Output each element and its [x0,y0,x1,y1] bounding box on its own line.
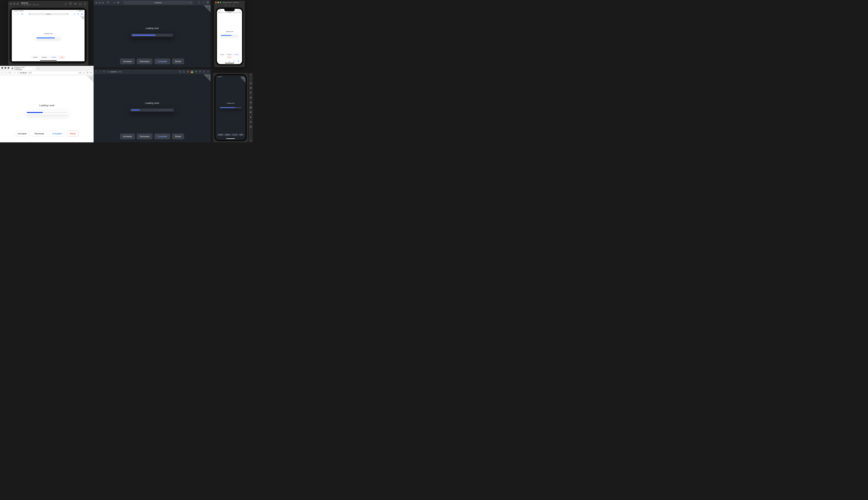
minimize-icon[interactable]: — [250,78,252,80]
maximize-icon[interactable] [17,3,19,5]
close-icon[interactable] [10,3,12,5]
rotate-icon[interactable] [233,4,235,7]
decrease-button[interactable]: Decrease [32,131,47,136]
reload-icon[interactable] [9,71,11,75]
maximize-icon[interactable] [102,2,104,4]
close-icon[interactable] [215,2,217,3]
back-button[interactable] [13,13,16,15]
forward-button[interactable] [224,59,226,63]
camera-icon[interactable] [249,106,252,109]
forward-button[interactable] [18,13,20,15]
forward-button[interactable] [5,71,7,75]
home-icon[interactable] [79,2,82,5]
extensions-icon[interactable] [86,71,89,75]
address-bar[interactable]: localhost [123,1,193,4]
bookmarks-icon[interactable] [233,59,235,63]
maximize-icon[interactable] [8,67,9,69]
complete-button[interactable]: Complete [155,134,170,139]
increase-button[interactable]: Increase [218,134,224,136]
forward-button[interactable] [99,70,101,73]
reset-button[interactable]: Reset [172,134,184,139]
close-icon[interactable] [95,2,97,4]
back-icon[interactable] [249,116,252,118]
reset-button[interactable]: Reset [59,56,65,58]
shield-icon[interactable] [114,2,116,4]
chevron-down-icon[interactable] [111,1,112,4]
nav-bar[interactable] [216,137,245,140]
rotate-icon[interactable] [83,2,87,5]
share-icon[interactable] [183,70,185,73]
tabs-icon[interactable] [238,59,239,63]
increase-button[interactable]: Increase [219,54,225,56]
reading-list-icon[interactable] [199,70,201,73]
appearance-icon[interactable] [117,2,119,4]
reset-button[interactable]: Reset [67,131,79,136]
increase-button[interactable]: Increase [15,131,30,136]
new-tab-button[interactable]: ＋ [36,67,40,70]
address-bar[interactable]: AA localhost [218,11,241,13]
increase-button[interactable]: Increase [120,58,135,64]
info-icon[interactable] [107,71,109,73]
minimize-icon[interactable] [99,2,101,4]
back-button[interactable] [1,71,4,75]
complete-button[interactable]: Complete [233,54,240,56]
volume-down-icon[interactable] [249,91,252,94]
minimize-icon[interactable] [218,2,219,3]
complete-button[interactable]: Complete [155,58,170,64]
close-icon[interactable] [1,67,3,69]
new-tab-icon[interactable] [202,1,205,4]
decrease-button[interactable]: Decrease [137,134,152,139]
screenshot-icon[interactable] [225,4,227,7]
tabs-icon[interactable] [207,1,209,4]
share-icon[interactable] [229,59,230,63]
reload-icon[interactable] [240,12,241,13]
profile-icon[interactable] [191,71,193,73]
rotate-left-icon[interactable] [249,96,252,99]
cast-icon[interactable] [179,70,181,73]
bookmark-icon[interactable] [187,70,189,73]
minimize-icon[interactable] [13,3,15,5]
home-indicator[interactable] [40,60,57,61]
screenshot-icon[interactable] [69,2,72,5]
decrease-button[interactable]: Decrease [137,58,152,64]
close-tab-icon[interactable]: × [33,67,34,69]
shield-icon[interactable] [14,72,16,74]
eyedropper-icon[interactable] [83,71,85,75]
reset-button[interactable]: Reset [239,134,243,136]
zoom-icon[interactable] [249,111,252,114]
mic-icon[interactable] [203,70,205,73]
more-icon[interactable]: ⋯ [250,139,252,141]
decrease-button[interactable]: Decrease [226,54,233,56]
back-button[interactable] [220,59,221,63]
reader-icon[interactable]: AA [219,12,220,13]
address-bar[interactable]: AA localhost [28,13,69,15]
reload-icon[interactable] [190,2,192,4]
complete-button[interactable]: Complete [231,134,238,136]
volume-up-icon[interactable] [249,87,252,89]
increase-button[interactable]: Increase [31,56,39,58]
pin-icon[interactable] [64,2,67,5]
reload-icon[interactable] [67,13,68,15]
sidebar-icon[interactable] [107,1,110,4]
address-bar[interactable]: localhost:3000 [107,71,122,73]
bookmark-icon[interactable] [79,71,81,75]
increase-button[interactable]: Increase [120,134,135,139]
home-indicator[interactable] [225,63,234,64]
reset-button[interactable]: Reset [172,58,184,64]
overview-icon[interactable] [249,125,252,128]
extensions-icon[interactable] [195,70,197,73]
decrease-button[interactable]: Decrease [40,56,48,58]
complete-button[interactable]: Complete [49,131,65,136]
share-icon[interactable] [73,12,76,16]
home-icon[interactable] [229,4,230,7]
menu-icon[interactable] [90,71,92,75]
rotate-right-icon[interactable] [249,101,252,104]
browser-tab[interactable]: Progress | GUI Challenges × [10,66,36,70]
complete-button[interactable]: Complete [49,56,58,58]
close-icon[interactable]: × [250,74,251,76]
record-icon[interactable] [74,2,77,5]
address-bar[interactable]: localhost:3000 [12,71,78,75]
decrease-button[interactable]: Decrease [224,134,231,136]
back-button[interactable] [95,70,97,73]
share-icon[interactable] [198,1,200,4]
